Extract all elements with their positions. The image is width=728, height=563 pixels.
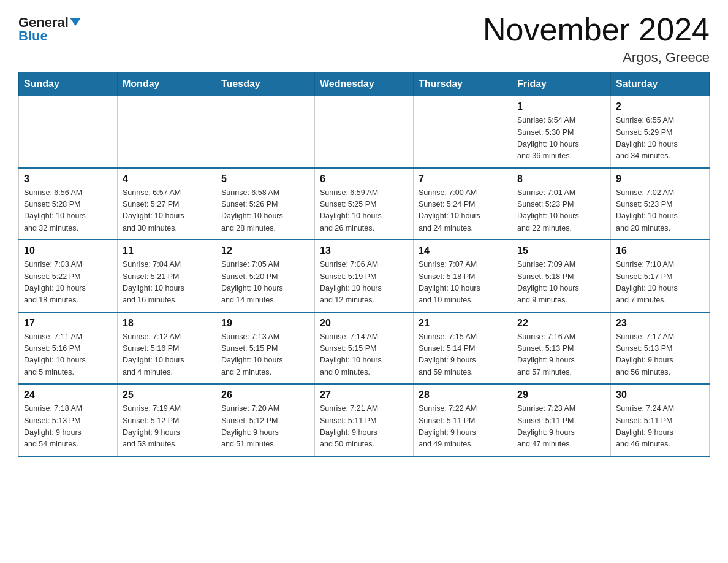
day-number: 27	[320, 389, 408, 400]
day-info: Sunrise: 7:23 AM Sunset: 5:11 PM Dayligh…	[517, 403, 605, 451]
calendar-cell: 15Sunrise: 7:09 AM Sunset: 5:18 PM Dayli…	[512, 240, 611, 312]
day-number: 20	[320, 318, 408, 329]
day-info: Sunrise: 7:19 AM Sunset: 5:12 PM Dayligh…	[123, 403, 211, 451]
calendar-cell: 3Sunrise: 6:56 AM Sunset: 5:28 PM Daylig…	[19, 168, 118, 240]
day-info: Sunrise: 7:22 AM Sunset: 5:11 PM Dayligh…	[419, 403, 507, 451]
day-info: Sunrise: 7:18 AM Sunset: 5:13 PM Dayligh…	[24, 403, 112, 451]
day-number: 6	[320, 174, 408, 185]
day-info: Sunrise: 7:21 AM Sunset: 5:11 PM Dayligh…	[320, 403, 408, 451]
calendar-cell: 18Sunrise: 7:12 AM Sunset: 5:16 PM Dayli…	[118, 312, 216, 385]
calendar-cell: 9Sunrise: 7:02 AM Sunset: 5:23 PM Daylig…	[611, 168, 710, 240]
logo-triangle-icon	[70, 18, 81, 26]
calendar-cell: 6Sunrise: 6:59 AM Sunset: 5:25 PM Daylig…	[315, 168, 414, 240]
day-number: 16	[616, 245, 704, 256]
page-header: General Blue November 2024 Argos, Greece	[18, 12, 710, 66]
calendar-cell: 5Sunrise: 6:58 AM Sunset: 5:26 PM Daylig…	[216, 168, 315, 240]
day-info: Sunrise: 7:17 AM Sunset: 5:13 PM Dayligh…	[616, 331, 704, 379]
day-info: Sunrise: 6:58 AM Sunset: 5:26 PM Dayligh…	[221, 187, 309, 235]
calendar-cell: 22Sunrise: 7:16 AM Sunset: 5:13 PM Dayli…	[512, 312, 611, 385]
calendar-cell: 8Sunrise: 7:01 AM Sunset: 5:23 PM Daylig…	[512, 168, 611, 240]
calendar-subtitle: Argos, Greece	[483, 50, 710, 66]
calendar-cell: 24Sunrise: 7:18 AM Sunset: 5:13 PM Dayli…	[19, 384, 118, 456]
day-number: 18	[123, 318, 211, 329]
day-number: 12	[221, 245, 309, 256]
day-info: Sunrise: 7:15 AM Sunset: 5:14 PM Dayligh…	[419, 331, 507, 379]
calendar-title: November 2024	[483, 12, 710, 47]
day-number: 8	[517, 174, 605, 185]
day-info: Sunrise: 7:02 AM Sunset: 5:23 PM Dayligh…	[616, 187, 704, 235]
day-header-monday: Monday	[118, 72, 216, 96]
calendar-cell: 23Sunrise: 7:17 AM Sunset: 5:13 PM Dayli…	[611, 312, 710, 385]
day-info: Sunrise: 7:01 AM Sunset: 5:23 PM Dayligh…	[517, 187, 605, 235]
calendar-cell	[118, 96, 216, 168]
day-number: 15	[517, 245, 605, 256]
day-header-sunday: Sunday	[19, 72, 118, 96]
day-info: Sunrise: 7:07 AM Sunset: 5:18 PM Dayligh…	[419, 259, 507, 307]
calendar-cell: 4Sunrise: 6:57 AM Sunset: 5:27 PM Daylig…	[118, 168, 216, 240]
calendar-week-row: 24Sunrise: 7:18 AM Sunset: 5:13 PM Dayli…	[19, 384, 710, 456]
calendar-cell: 16Sunrise: 7:10 AM Sunset: 5:17 PM Dayli…	[611, 240, 710, 312]
day-header-saturday: Saturday	[611, 72, 710, 96]
day-number: 26	[221, 389, 309, 400]
day-number: 22	[517, 318, 605, 329]
day-info: Sunrise: 7:20 AM Sunset: 5:12 PM Dayligh…	[221, 403, 309, 451]
calendar-cell: 11Sunrise: 7:04 AM Sunset: 5:21 PM Dayli…	[118, 240, 216, 312]
day-info: Sunrise: 7:04 AM Sunset: 5:21 PM Dayligh…	[123, 259, 211, 307]
calendar-cell: 20Sunrise: 7:14 AM Sunset: 5:15 PM Dayli…	[315, 312, 414, 385]
calendar-cell: 12Sunrise: 7:05 AM Sunset: 5:20 PM Dayli…	[216, 240, 315, 312]
day-number: 21	[419, 318, 507, 329]
calendar-cell	[216, 96, 315, 168]
calendar-cell: 25Sunrise: 7:19 AM Sunset: 5:12 PM Dayli…	[118, 384, 216, 456]
day-number: 7	[419, 174, 507, 185]
day-info: Sunrise: 7:16 AM Sunset: 5:13 PM Dayligh…	[517, 331, 605, 379]
title-block: November 2024 Argos, Greece	[483, 12, 710, 66]
day-number: 14	[419, 245, 507, 256]
day-number: 1	[517, 101, 605, 112]
day-number: 13	[320, 245, 408, 256]
day-info: Sunrise: 7:24 AM Sunset: 5:11 PM Dayligh…	[616, 403, 704, 451]
calendar-cell: 26Sunrise: 7:20 AM Sunset: 5:12 PM Dayli…	[216, 384, 315, 456]
logo: General Blue	[18, 12, 81, 44]
day-header-wednesday: Wednesday	[315, 72, 414, 96]
day-info: Sunrise: 7:06 AM Sunset: 5:19 PM Dayligh…	[320, 259, 408, 307]
day-number: 24	[24, 389, 112, 400]
day-number: 4	[123, 174, 211, 185]
calendar-cell: 28Sunrise: 7:22 AM Sunset: 5:11 PM Dayli…	[414, 384, 512, 456]
calendar-cell: 2Sunrise: 6:55 AM Sunset: 5:29 PM Daylig…	[611, 96, 710, 168]
calendar-week-row: 17Sunrise: 7:11 AM Sunset: 5:16 PM Dayli…	[19, 312, 710, 385]
day-info: Sunrise: 6:57 AM Sunset: 5:27 PM Dayligh…	[123, 187, 211, 235]
calendar-cell: 10Sunrise: 7:03 AM Sunset: 5:22 PM Dayli…	[19, 240, 118, 312]
day-number: 28	[419, 389, 507, 400]
day-info: Sunrise: 7:11 AM Sunset: 5:16 PM Dayligh…	[24, 331, 112, 379]
day-number: 30	[616, 389, 704, 400]
calendar-cell: 7Sunrise: 7:00 AM Sunset: 5:24 PM Daylig…	[414, 168, 512, 240]
day-number: 3	[24, 174, 112, 185]
logo-text-blue: Blue	[18, 29, 48, 44]
calendar-cell: 30Sunrise: 7:24 AM Sunset: 5:11 PM Dayli…	[611, 384, 710, 456]
calendar-cell: 17Sunrise: 7:11 AM Sunset: 5:16 PM Dayli…	[19, 312, 118, 385]
calendar-cell: 29Sunrise: 7:23 AM Sunset: 5:11 PM Dayli…	[512, 384, 611, 456]
day-number: 17	[24, 318, 112, 329]
day-info: Sunrise: 7:00 AM Sunset: 5:24 PM Dayligh…	[419, 187, 507, 235]
day-number: 25	[123, 389, 211, 400]
day-info: Sunrise: 6:54 AM Sunset: 5:30 PM Dayligh…	[517, 115, 605, 163]
day-info: Sunrise: 7:10 AM Sunset: 5:17 PM Dayligh…	[616, 259, 704, 307]
calendar-cell: 21Sunrise: 7:15 AM Sunset: 5:14 PM Dayli…	[414, 312, 512, 385]
day-info: Sunrise: 7:05 AM Sunset: 5:20 PM Dayligh…	[221, 259, 309, 307]
day-number: 23	[616, 318, 704, 329]
calendar-table: SundayMondayTuesdayWednesdayThursdayFrid…	[18, 72, 710, 457]
day-info: Sunrise: 6:55 AM Sunset: 5:29 PM Dayligh…	[616, 115, 704, 163]
calendar-cell: 27Sunrise: 7:21 AM Sunset: 5:11 PM Dayli…	[315, 384, 414, 456]
day-header-friday: Friday	[512, 72, 611, 96]
day-number: 9	[616, 174, 704, 185]
day-number: 10	[24, 245, 112, 256]
day-info: Sunrise: 7:09 AM Sunset: 5:18 PM Dayligh…	[517, 259, 605, 307]
day-header-tuesday: Tuesday	[216, 72, 315, 96]
calendar-week-row: 1Sunrise: 6:54 AM Sunset: 5:30 PM Daylig…	[19, 96, 710, 168]
day-info: Sunrise: 7:13 AM Sunset: 5:15 PM Dayligh…	[221, 331, 309, 379]
day-info: Sunrise: 7:12 AM Sunset: 5:16 PM Dayligh…	[123, 331, 211, 379]
day-header-thursday: Thursday	[414, 72, 512, 96]
day-info: Sunrise: 6:59 AM Sunset: 5:25 PM Dayligh…	[320, 187, 408, 235]
calendar-cell	[19, 96, 118, 168]
calendar-cell: 13Sunrise: 7:06 AM Sunset: 5:19 PM Dayli…	[315, 240, 414, 312]
